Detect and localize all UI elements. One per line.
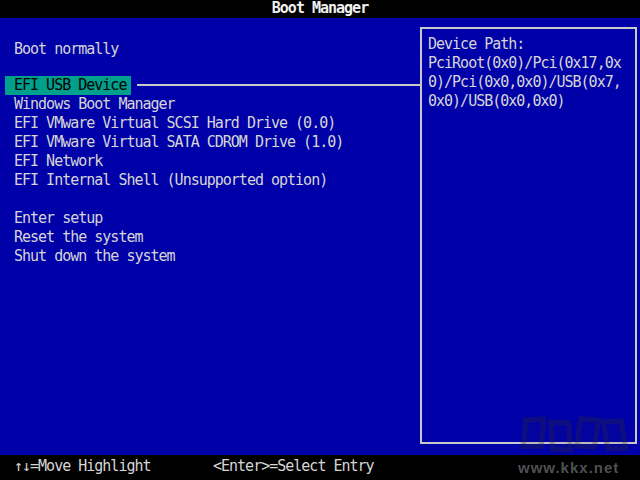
device-path-heading: Device Path: (428, 35, 635, 54)
boot-options-list: EFI USB Device Windows Boot Manager EFI … (0, 76, 418, 190)
menu-item-windows-boot-manager[interactable]: Windows Boot Manager (0, 95, 418, 114)
title-bar: Boot Manager (0, 0, 640, 18)
menu-item-efi-internal-shell[interactable]: EFI Internal Shell (Unsupported option) (0, 171, 418, 190)
menu-item-efi-sata-cdrom-drive[interactable]: EFI VMware Virtual SATA CDROM Drive (1.0… (0, 133, 418, 152)
menu-item-efi-scsi-hard-drive[interactable]: EFI VMware Virtual SCSI Hard Drive (0.0) (0, 114, 418, 133)
watermark-url: www.kkx.net (518, 459, 619, 476)
selection-connector-line (137, 84, 420, 86)
menu-item-efi-network[interactable]: EFI Network (0, 152, 418, 171)
device-path-line: 0x0)/USB(0x0,0x0) (428, 92, 635, 111)
boot-manager-screen: Boot Manager Boot normally EFI USB Devic… (0, 0, 640, 480)
device-path-panel: Device Path: PciRoot(0x0)/Pci(0x17,0x 0)… (420, 27, 637, 444)
footer-select-entry-hint: <Enter>=Select Entry (213, 457, 374, 476)
system-actions-list: Enter setup Reset the system Shut down t… (0, 209, 418, 266)
device-path-line: PciRoot(0x0)/Pci(0x17,0x (428, 54, 635, 73)
footer-move-highlight-hint: ↑↓=Move Highlight (14, 457, 151, 476)
menu-item-efi-usb-device[interactable]: EFI USB Device (5, 76, 131, 95)
menu-item-shutdown-system[interactable]: Shut down the system (0, 247, 418, 266)
menu-item-enter-setup[interactable]: Enter setup (0, 209, 418, 228)
device-path-line: 0)/Pci(0x0,0x0)/USB(0x7, (428, 73, 635, 92)
menu-item-reset-system[interactable]: Reset the system (0, 228, 418, 247)
page-title: Boot Manager (0, 0, 640, 17)
main-area: Boot normally EFI USB Device Windows Boo… (0, 18, 640, 455)
menu-item-boot-normally[interactable]: Boot normally (0, 40, 118, 59)
